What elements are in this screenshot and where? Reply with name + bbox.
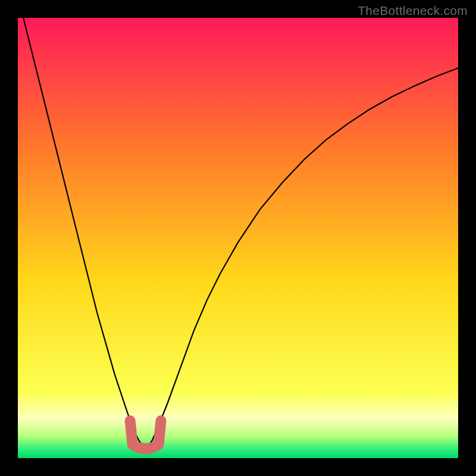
- bottleneck-chart: [0, 0, 476, 476]
- chart-stage: TheBottleneck.com: [0, 0, 476, 476]
- plot-background: [18, 18, 458, 458]
- watermark-text: TheBottleneck.com: [358, 4, 468, 18]
